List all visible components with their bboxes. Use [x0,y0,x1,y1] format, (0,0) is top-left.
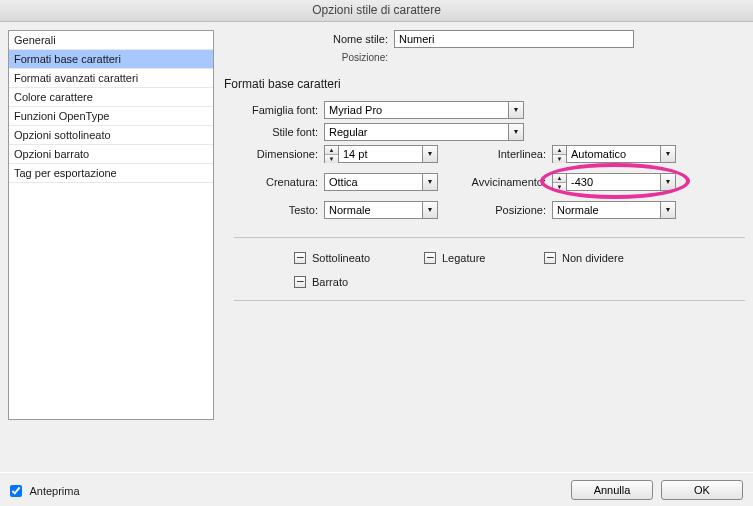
leading-input[interactable] [571,146,671,162]
stepper-down-icon[interactable]: ▼ [325,155,338,163]
cancel-button[interactable]: Annulla [571,480,653,500]
preview-label-text: Anteprima [29,485,79,497]
leading-stepper[interactable]: ▲▼ [552,145,566,163]
stepper-up-icon[interactable]: ▲ [553,174,566,183]
strike-label: Barrato [312,276,348,288]
sidebar-item[interactable]: Funzioni OpenType [9,107,213,126]
tracking-field[interactable]: ▲▼ ▼ [552,173,676,191]
dropdown-arrow-icon[interactable]: ▼ [422,174,437,190]
font-style-combo[interactable]: ▼ [324,123,524,141]
sidebar-item[interactable]: Opzioni sottolineato [9,126,213,145]
dialog-footer: Anteprima Annulla OK [0,472,753,506]
style-name-input[interactable] [394,30,634,48]
dropdown-arrow-icon[interactable]: ▼ [422,202,437,218]
ligatures-label: Legature [442,252,485,264]
strike-checkbox[interactable] [294,276,306,288]
window-titlebar: Opzioni stile di carattere [0,0,753,22]
tracking-label: Avvicinamento: [464,176,552,188]
stepper-up-icon[interactable]: ▲ [553,146,566,155]
size-label: Dimensione: [234,148,324,160]
sidebar-item[interactable]: Colore carattere [9,88,213,107]
case-combo[interactable]: ▼ [324,201,438,219]
position-combo[interactable]: ▼ [552,201,676,219]
kerning-combo[interactable]: ▼ [324,173,438,191]
stepper-down-icon[interactable]: ▼ [553,183,566,191]
dropdown-arrow-icon[interactable]: ▼ [508,124,523,140]
tracking-stepper[interactable]: ▲▼ [552,173,566,191]
sidebar-item[interactable]: Formati avanzati caratteri [9,69,213,88]
underline-label: Sottolineato [312,252,370,264]
preview-checkbox[interactable] [10,485,22,497]
case-input[interactable] [329,202,433,218]
ok-button[interactable]: OK [661,480,743,500]
separator [234,237,745,238]
nobreak-checkbox[interactable] [544,252,556,264]
size-input[interactable] [343,146,433,162]
font-style-input[interactable] [329,124,519,140]
stepper-up-icon[interactable]: ▲ [325,146,338,155]
font-style-label: Stile font: [234,126,324,138]
dropdown-arrow-icon[interactable]: ▼ [508,102,523,118]
sidebar-item[interactable]: Tag per esportazione [9,164,213,183]
dropdown-arrow-icon[interactable]: ▼ [660,202,675,218]
ligatures-checkbox[interactable] [424,252,436,264]
dropdown-arrow-icon[interactable]: ▼ [660,146,675,162]
style-name-label: Nome stile: [264,33,394,45]
size-stepper[interactable]: ▲▼ [324,145,338,163]
font-family-combo[interactable]: ▼ [324,101,524,119]
size-field[interactable]: ▲▼ ▼ [324,145,438,163]
position-label: Posizione: [264,52,394,63]
dropdown-arrow-icon[interactable]: ▼ [422,146,437,162]
sidebar-item[interactable]: Formati base caratteri [9,50,213,69]
stepper-down-icon[interactable]: ▼ [553,155,566,163]
font-family-label: Famiglia font: [234,104,324,116]
position-input[interactable] [557,202,671,218]
case-label: Testo: [234,204,324,216]
kerning-input[interactable] [329,174,433,190]
font-family-input[interactable] [329,102,519,118]
category-sidebar[interactable]: GeneraliFormati base caratteriFormati av… [8,30,214,420]
sidebar-item[interactable]: Generali [9,31,213,50]
kerning-label: Crenatura: [234,176,324,188]
position-field-label: Posizione: [464,204,552,216]
leading-field[interactable]: ▲▼ ▼ [552,145,676,163]
section-heading: Formati base caratteri [224,77,745,91]
tracking-input[interactable] [571,174,671,190]
underline-checkbox[interactable] [294,252,306,264]
separator [234,300,745,301]
preview-checkbox-label[interactable]: Anteprima [10,483,80,497]
dropdown-arrow-icon[interactable]: ▼ [660,174,675,190]
leading-label: Interlinea: [464,148,552,160]
nobreak-label: Non dividere [562,252,624,264]
sidebar-item[interactable]: Opzioni barrato [9,145,213,164]
